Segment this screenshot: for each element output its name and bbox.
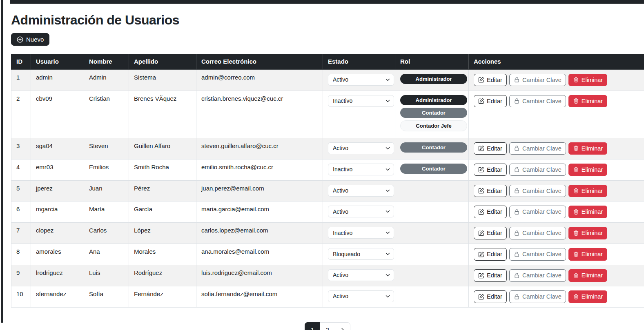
cell-usuario: lrodriguez [31, 265, 84, 286]
cell-nombre: Ana [84, 244, 129, 265]
delete-button-label: Eliminar [582, 208, 603, 216]
table-row: 4 emr03 Emilios Smith Rocha emilio.smith… [11, 159, 644, 180]
edit-button[interactable]: Editar [474, 206, 507, 218]
table-row: 10 sfernandez Sofía Fernández sofia.fern… [11, 286, 644, 307]
new-user-button[interactable]: Nuevo [11, 33, 49, 46]
estado-select[interactable]: Inactivo [328, 95, 394, 107]
estado-select[interactable]: Inactivo [328, 227, 394, 239]
users-table-header: ID Usuario Nombre Apellido Correo Electr… [11, 54, 644, 69]
change-password-button-label: Cambiar Clave [522, 97, 562, 105]
cell-nombre: María [84, 202, 129, 223]
cell-usuario: sfernandez [31, 286, 84, 307]
delete-button[interactable]: Eliminar [568, 142, 607, 155]
edit-button[interactable]: Editar [474, 95, 507, 108]
delete-button-label: Eliminar [582, 76, 603, 84]
delete-button[interactable]: Eliminar [568, 185, 607, 197]
role-badge: Contador [400, 164, 467, 174]
edit-button[interactable]: Editar [474, 142, 507, 155]
table-row: 5 jperez Juan Pérez juan.perez@email.com… [11, 180, 644, 202]
delete-button[interactable]: Eliminar [568, 206, 607, 218]
trash-icon [573, 272, 579, 279]
change-password-button-label: Cambiar Clave [522, 229, 562, 237]
cell-rol [395, 202, 469, 223]
cell-acciones: Editar Cambiar Clave Eliminar [469, 180, 644, 202]
cell-estado: Activo [323, 286, 395, 307]
change-password-button[interactable]: Cambiar Clave [509, 74, 566, 86]
users-table-body: 1 admin Admin Sistema admin@correo.com A… [11, 69, 644, 307]
cell-usuario: mgarcia [31, 202, 84, 223]
page-button-1[interactable]: 1 [305, 322, 320, 330]
cell-id: 4 [11, 159, 31, 180]
delete-button[interactable]: Eliminar [568, 227, 607, 239]
trash-icon [573, 230, 579, 236]
change-password-button[interactable]: Cambiar Clave [509, 164, 566, 176]
cell-apellido: López [129, 223, 196, 244]
change-password-button[interactable]: Cambiar Clave [509, 269, 566, 282]
column-header-apellido: Apellido [129, 54, 196, 69]
delete-button[interactable]: Eliminar [568, 290, 607, 303]
cell-correo: carlos.lopez@email.com [196, 223, 323, 244]
table-row: 9 lrodriguez Luis Rodríguez luis.rodrigu… [11, 265, 644, 286]
cell-nombre: Steven [84, 138, 129, 159]
edit-button[interactable]: Editar [474, 227, 507, 239]
cell-rol: AdministradorContadorContador Jefe [395, 91, 469, 138]
edit-button[interactable]: Editar [474, 269, 507, 282]
pagination: 1 2 [11, 322, 644, 330]
cell-nombre: Juan [84, 180, 129, 202]
estado-select[interactable]: Inactivo [328, 164, 394, 175]
lock-icon [514, 188, 520, 194]
change-password-button[interactable]: Cambiar Clave [509, 227, 566, 239]
top-navbar-edge [10, 0, 644, 4]
lock-icon [514, 230, 520, 236]
cell-nombre: Sofía [84, 286, 129, 307]
cell-estado: Activo [323, 180, 395, 202]
change-password-button[interactable]: Cambiar Clave [509, 185, 566, 197]
change-password-button[interactable]: Cambiar Clave [509, 248, 566, 261]
delete-button[interactable]: Eliminar [568, 164, 607, 176]
delete-button[interactable]: Eliminar [568, 248, 607, 261]
role-badge: Contador [400, 142, 467, 153]
edit-button[interactable]: Editar [474, 185, 507, 197]
page-button-2[interactable]: 2 [320, 322, 335, 330]
cell-usuario: emr03 [31, 159, 84, 180]
estado-select[interactable]: Bloqueado [328, 248, 394, 260]
estado-select[interactable]: Activo [328, 142, 394, 154]
cell-rol: Contador [395, 138, 469, 159]
cell-usuario: clopez [31, 223, 84, 244]
cell-nombre: Cristian [84, 91, 129, 138]
estado-select[interactable]: Activo [328, 185, 394, 197]
edit-button-label: Editar [487, 208, 502, 216]
estado-select[interactable]: Activo [328, 74, 394, 86]
change-password-button[interactable]: Cambiar Clave [509, 95, 566, 108]
delete-button-label: Eliminar [582, 97, 603, 105]
plus-circle-icon [17, 36, 23, 43]
edit-button[interactable]: Editar [474, 248, 507, 261]
cell-apellido: Sistema [129, 69, 196, 91]
delete-button[interactable]: Eliminar [568, 74, 607, 86]
estado-select[interactable]: Activo [328, 269, 394, 281]
cell-estado: Activo [323, 202, 395, 223]
cell-id: 1 [11, 69, 31, 91]
change-password-button[interactable]: Cambiar Clave [509, 290, 566, 303]
edit-button-label: Editar [487, 166, 502, 174]
delete-button-label: Eliminar [582, 250, 603, 258]
change-password-button[interactable]: Cambiar Clave [509, 206, 566, 218]
estado-select[interactable]: Activo [328, 206, 394, 217]
cell-rol [395, 180, 469, 202]
edit-button-label: Editar [487, 250, 502, 258]
change-password-button[interactable]: Cambiar Clave [509, 142, 566, 155]
edit-button[interactable]: Editar [474, 164, 507, 176]
change-password-button-label: Cambiar Clave [522, 272, 562, 279]
estado-select[interactable]: Activo [328, 290, 394, 302]
delete-button[interactable]: Eliminar [568, 95, 607, 108]
edit-button[interactable]: Editar [474, 74, 507, 86]
edit-button[interactable]: Editar [474, 290, 507, 303]
cell-estado: Activo [323, 265, 395, 286]
column-header-usuario: Usuario [31, 54, 84, 69]
change-password-button-label: Cambiar Clave [522, 208, 562, 216]
pencil-square-icon [478, 98, 484, 104]
cell-acciones: Editar Cambiar Clave Eliminar [469, 286, 644, 307]
delete-button[interactable]: Eliminar [568, 269, 607, 282]
delete-button-label: Eliminar [582, 272, 603, 279]
next-page-button[interactable] [335, 322, 350, 330]
